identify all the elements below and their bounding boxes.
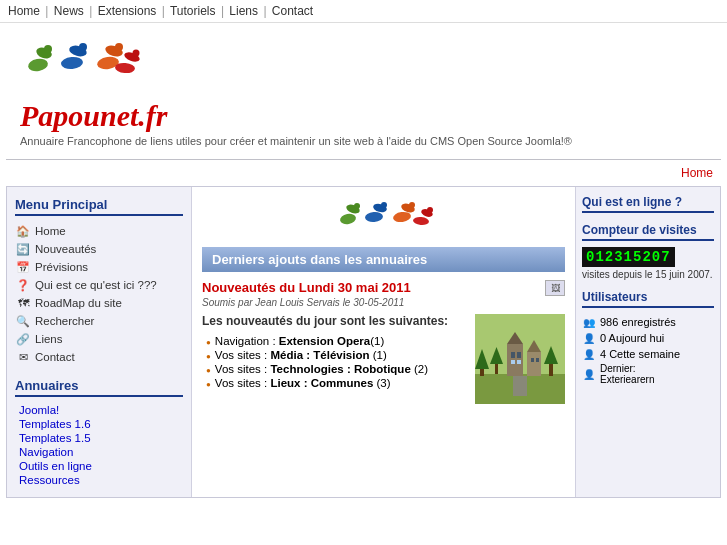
user-stat-registered: 👥 986 enregistrés bbox=[582, 314, 714, 330]
nav-contact[interactable]: Contact bbox=[272, 4, 313, 18]
svg-point-8 bbox=[115, 43, 123, 51]
users-section: Utilisateurs 👥 986 enregistrés 👤 0 Aujou… bbox=[582, 290, 714, 386]
users-title: Utilisateurs bbox=[582, 290, 714, 308]
logo-area bbox=[20, 33, 140, 95]
nav-tutoriels[interactable]: Tutoriels bbox=[170, 4, 216, 18]
annuaire-templates16[interactable]: Templates 1.6 bbox=[15, 417, 183, 431]
site-logo-text: Papounet.fr bbox=[20, 99, 168, 133]
annuaires-section: Annuaires Joomla! Templates 1.6 Template… bbox=[15, 378, 183, 487]
svg-point-0 bbox=[27, 57, 49, 72]
svg-point-12 bbox=[339, 213, 356, 226]
nav-sep-5: | bbox=[263, 4, 266, 18]
main-wrapper: Menu Principal Home Nouveautés Prévision… bbox=[6, 186, 721, 498]
svg-point-2 bbox=[44, 45, 52, 53]
roadmap-icon bbox=[15, 295, 31, 311]
last-user-label: Dernier: Exteriearern bbox=[600, 363, 654, 385]
news-date: Nouveautés du Lundi 30 mai 2011 bbox=[202, 280, 411, 295]
sidebar-item-contact[interactable]: Contact bbox=[15, 348, 183, 366]
news-meta: Soumis par Jean Louis Servais le 30-05-2… bbox=[202, 297, 565, 308]
news-item-2: Vos sites : Média : Télévision (1) bbox=[206, 348, 465, 362]
liens-icon bbox=[15, 331, 31, 347]
rechercher-icon bbox=[15, 313, 31, 329]
nav-sep-2: | bbox=[89, 4, 92, 18]
counter-display: 012315207 bbox=[582, 247, 675, 267]
sidebar-item-previsions[interactable]: Prévisions bbox=[15, 258, 183, 276]
top-navigation: Home | News | Extensions | Tutoriels | L… bbox=[0, 0, 727, 23]
svg-point-14 bbox=[354, 203, 360, 209]
sidebar-nouveautes-link[interactable]: Nouveautés bbox=[35, 243, 96, 255]
online-title: Qui est en ligne ? bbox=[582, 195, 714, 213]
sidebar-rechercher-link[interactable]: Rechercher bbox=[35, 315, 94, 327]
news-item-4-text: Vos sites : Lieux : Communes (3) bbox=[215, 377, 391, 389]
home-icon bbox=[15, 223, 31, 239]
svg-point-21 bbox=[412, 216, 429, 225]
nav-sep-3: | bbox=[162, 4, 165, 18]
svg-point-3 bbox=[61, 56, 84, 70]
svg-rect-32 bbox=[511, 352, 515, 358]
svg-rect-37 bbox=[536, 358, 539, 362]
sidebar-quiest-link[interactable]: Qui est ce qu'est ici ??? bbox=[35, 279, 157, 291]
content-box-title: Derniers ajouts dans les annuaires bbox=[202, 247, 565, 272]
sidebar-previsions-link[interactable]: Prévisions bbox=[35, 261, 88, 273]
today-icon: 👤 bbox=[582, 331, 596, 345]
svg-point-15 bbox=[364, 211, 383, 223]
sidebar-item-liens[interactable]: Liens bbox=[15, 330, 183, 348]
nav-home[interactable]: Home bbox=[8, 4, 40, 18]
svg-point-20 bbox=[409, 202, 415, 208]
sidebar-item-quiest[interactable]: Qui est ce qu'est ici ??? bbox=[15, 276, 183, 294]
news-item-3: Vos sites : Technologies : Robotique (2) bbox=[206, 362, 465, 376]
svg-point-5 bbox=[79, 43, 87, 51]
sidebar-item-roadmap[interactable]: RoadMap du site bbox=[15, 294, 183, 312]
news-article: Nouveautés du Lundi 30 mai 2011 🖼 Soumis… bbox=[202, 280, 565, 404]
last-username: Exteriearern bbox=[600, 374, 654, 385]
news-item-4: Vos sites : Lieux : Communes (3) bbox=[206, 376, 465, 390]
svg-point-23 bbox=[427, 207, 433, 213]
site-header: Papounet.fr Annuaire Francophone de lien… bbox=[0, 23, 727, 159]
user-stat-today: 👤 0 Aujourd hui bbox=[582, 330, 714, 346]
sidebar-item-nouveautes[interactable]: Nouveautés bbox=[15, 240, 183, 258]
quiest-icon bbox=[15, 277, 31, 293]
nav-liens[interactable]: Liens bbox=[229, 4, 258, 18]
header-divider bbox=[6, 159, 721, 160]
nav-extensions[interactable]: Extensions bbox=[98, 4, 157, 18]
sidebar-contact-link[interactable]: Contact bbox=[35, 351, 75, 363]
dernier-label: Dernier: bbox=[600, 363, 636, 374]
user-stat-week: 👤 4 Cette semaine bbox=[582, 346, 714, 362]
news-list: Navigation : Extension Opera(1) Vos site… bbox=[202, 334, 465, 390]
user-stat-last: 👤 Dernier: Exteriearern bbox=[582, 362, 714, 386]
annuaire-navigation[interactable]: Navigation bbox=[15, 445, 183, 459]
news-item-2-text: Vos sites : Média : Télévision (1) bbox=[215, 349, 387, 361]
svg-rect-41 bbox=[517, 360, 521, 364]
svg-point-18 bbox=[392, 211, 411, 223]
right-sidebar: Qui est en ligne ? Compteur de visites 0… bbox=[575, 187, 720, 497]
city-image bbox=[475, 314, 565, 404]
sidebar-home-link[interactable]: Home bbox=[35, 225, 66, 237]
counter-note: visites depuis le 15 juin 2007. bbox=[582, 269, 714, 280]
annuaires-items: Joomla! Templates 1.6 Templates 1.5 Navi… bbox=[15, 403, 183, 487]
news-intro: Les nouveautés du jour sont les suivante… bbox=[202, 314, 465, 328]
site-tagline: Annuaire Francophone de liens utiles pou… bbox=[20, 133, 572, 153]
nav-sep-1: | bbox=[45, 4, 48, 18]
logo-birds-icon bbox=[20, 33, 140, 95]
svg-rect-40 bbox=[511, 360, 515, 364]
annuaire-ressources[interactable]: Ressources bbox=[15, 473, 183, 487]
news-item-3-text: Vos sites : Technologies : Robotique (2) bbox=[215, 363, 428, 375]
annuaire-joomla[interactable]: Joomla! bbox=[15, 403, 183, 417]
sidebar-item-home[interactable]: Home bbox=[15, 222, 183, 240]
annuaire-outils[interactable]: Outils en ligne bbox=[15, 459, 183, 473]
left-sidebar: Menu Principal Home Nouveautés Prévision… bbox=[7, 187, 192, 497]
svg-rect-38 bbox=[549, 362, 553, 376]
annuaire-templates15[interactable]: Templates 1.5 bbox=[15, 431, 183, 445]
sidebar-liens-link[interactable]: Liens bbox=[35, 333, 63, 345]
svg-rect-34 bbox=[527, 352, 541, 376]
content-logo-birds bbox=[202, 195, 565, 239]
sidebar-item-rechercher[interactable]: Rechercher bbox=[15, 312, 183, 330]
home-link[interactable]: Home bbox=[681, 166, 713, 180]
previsions-icon bbox=[15, 259, 31, 275]
svg-rect-36 bbox=[531, 358, 534, 362]
news-image-icon: 🖼 bbox=[545, 280, 565, 296]
svg-point-11 bbox=[133, 50, 140, 57]
nav-news[interactable]: News bbox=[54, 4, 84, 18]
news-item-1-text: Navigation : Extension Opera(1) bbox=[215, 335, 384, 347]
sidebar-roadmap-link[interactable]: RoadMap du site bbox=[35, 297, 122, 309]
